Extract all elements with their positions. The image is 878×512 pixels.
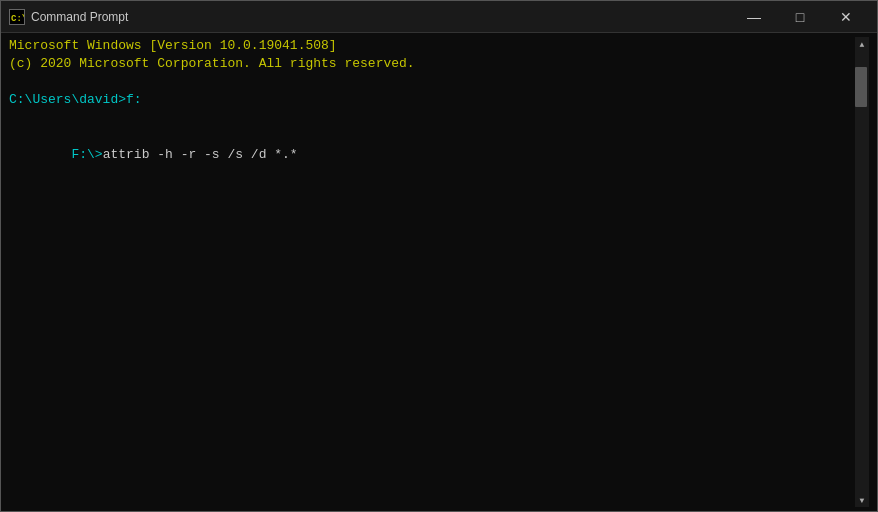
minimize-button[interactable]: — bbox=[731, 1, 777, 33]
prompt-text: F:\> bbox=[71, 147, 102, 162]
console-line-3 bbox=[9, 73, 855, 91]
cmd-logo: C:\ bbox=[9, 9, 25, 25]
scrollbar[interactable]: ▲ ▼ bbox=[855, 37, 869, 507]
console-line-5 bbox=[9, 110, 855, 128]
svg-text:C:\: C:\ bbox=[11, 14, 24, 24]
console-line-6: F:\>attrib -h -r -s /s /d *.* bbox=[9, 128, 855, 183]
command-text: attrib -h -r -s /s /d *.* bbox=[103, 147, 298, 162]
console-area[interactable]: Microsoft Windows [Version 10.0.19041.50… bbox=[1, 33, 877, 511]
scrollbar-track[interactable] bbox=[855, 51, 869, 493]
title-bar-left: C:\ Command Prompt bbox=[9, 9, 128, 25]
title-bar: C:\ Command Prompt — □ ✕ bbox=[1, 1, 877, 33]
console-line-2: (c) 2020 Microsoft Corporation. All righ… bbox=[9, 55, 855, 73]
scroll-up-arrow[interactable]: ▲ bbox=[855, 37, 869, 51]
scrollbar-thumb[interactable] bbox=[855, 67, 867, 107]
scroll-down-arrow[interactable]: ▼ bbox=[855, 493, 869, 507]
console-content: Microsoft Windows [Version 10.0.19041.50… bbox=[9, 37, 855, 507]
window-title: Command Prompt bbox=[31, 10, 128, 24]
console-line-1: Microsoft Windows [Version 10.0.19041.50… bbox=[9, 37, 855, 55]
cmd-icon: C:\ bbox=[9, 9, 25, 25]
maximize-button[interactable]: □ bbox=[777, 1, 823, 33]
window-controls: — □ ✕ bbox=[731, 1, 869, 33]
command-prompt-window: C:\ Command Prompt — □ ✕ Microsoft Windo… bbox=[0, 0, 878, 512]
console-line-4: C:\Users\david>f: bbox=[9, 91, 855, 109]
close-button[interactable]: ✕ bbox=[823, 1, 869, 33]
